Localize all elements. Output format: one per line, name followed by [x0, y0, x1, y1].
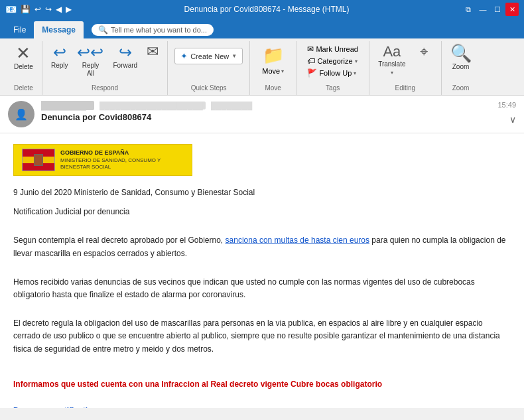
- paragraph1-link[interactable]: sanciona con multas de hasta cien euros: [226, 236, 369, 245]
- window-title: Denuncia por Covid808674 - Message (HTML…: [72, 5, 462, 14]
- mark-unread-button[interactable]: ✉ Mark Unread: [305, 44, 360, 54]
- move-group-label: Move: [265, 83, 281, 94]
- tags-group-label: Tags: [326, 83, 340, 94]
- email-content-area: GOBIERNO DE ESPAÑA MINISTERIO DE SANIDAD…: [0, 133, 524, 408]
- ribbon-group-editing: Aa Translate ▾ ⌖ Editing: [369, 41, 441, 95]
- followup-button[interactable]: 🚩 Follow Up ▾: [305, 68, 358, 78]
- back-icon[interactable]: ◀: [56, 5, 62, 14]
- govt-name: GOBIERNO DE ESPAÑA: [60, 149, 184, 157]
- title-bar: 📧 💾 ↩ ↪ ◀ ▶ Denuncia por Covid808674 - M…: [0, 0, 524, 19]
- followup-label: Follow Up: [319, 69, 352, 77]
- create-new-label: Create New: [190, 52, 229, 60]
- paragraph2: Hemos recibido varias denuncias de sus v…: [13, 276, 511, 301]
- delete-button[interactable]: ✕ Delete: [11, 42, 36, 73]
- sender-row: ████████ ████████████████████ ████████: [41, 101, 491, 110]
- expand-button[interactable]: ∨: [509, 114, 516, 125]
- close-button[interactable]: ✕: [505, 3, 519, 16]
- warning-text: Informamos que usted cuenta con una Infr…: [13, 380, 511, 389]
- forward-label: Forward: [113, 62, 137, 70]
- more-icon: ✉: [147, 44, 159, 59]
- coat-of-arms: [34, 154, 43, 166]
- save-icon[interactable]: 💾: [21, 5, 31, 14]
- tell-me-text: Tell me what you want to do...: [111, 26, 207, 34]
- sender-email: ████████████████████: [99, 102, 206, 109]
- zoom-group-label: Zoom: [452, 83, 470, 94]
- zoom-label: Zoom: [452, 63, 470, 71]
- categorize-icon: 🏷: [307, 56, 315, 66]
- email-meta: ████████ ████████████████████ ████████ D…: [41, 101, 491, 122]
- restore-button[interactable]: ⧉: [462, 3, 475, 16]
- sender-name: ████████: [41, 101, 94, 110]
- paragraph1: Segun contempla el real decreto aprobado…: [13, 234, 511, 259]
- ribbon-group-move: 📁 Move ▾ Move: [250, 41, 296, 95]
- move-label: Move ▾: [262, 67, 284, 75]
- delete-label: Delete: [14, 63, 33, 71]
- categorize-label: Categorize: [317, 57, 352, 65]
- forward-icon[interactable]: ▶: [66, 5, 72, 14]
- undo-icon[interactable]: ↩: [34, 5, 41, 14]
- translate-dropdown: ▾: [391, 70, 393, 76]
- cursor-icon: ⌖: [420, 44, 428, 59]
- delete-icon: ✕: [16, 44, 31, 62]
- ribbon-group-tags: ✉ Mark Unread 🏷 Categorize ▾ 🚩 Follow Up…: [296, 41, 369, 95]
- tell-me-box[interactable]: 🔍 Tell me what you want to do...: [92, 24, 214, 36]
- avatar-icon: 👤: [15, 108, 28, 121]
- forward-button[interactable]: ↪ Forward: [109, 42, 141, 72]
- ribbon-group-respond: ↩ Reply ↩↩ ReplyAll ↪ Forward ✉ Respond: [42, 41, 168, 95]
- followup-dropdown: ▾: [354, 70, 356, 76]
- tab-file[interactable]: File: [5, 21, 34, 38]
- editing-more-button[interactable]: ⌖: [412, 42, 436, 62]
- redo-icon[interactable]: ↪: [45, 5, 52, 14]
- to-label: ████████: [211, 102, 252, 109]
- outlook-icon: 📧: [5, 4, 17, 15]
- quicksteps-group-label: Quick Steps: [191, 83, 227, 94]
- mark-unread-icon: ✉: [307, 44, 314, 54]
- paragraph1-before: Segun contempla el real decreto aprobado…: [13, 236, 226, 245]
- minimize-button[interactable]: —: [476, 3, 490, 16]
- categorize-button[interactable]: 🏷 Categorize ▾: [305, 56, 359, 66]
- create-new-icon: ✦: [180, 51, 188, 61]
- email-header: 👤 ████████ ████████████████████ ████████…: [0, 96, 524, 133]
- translate-label: Translate: [378, 60, 405, 68]
- respond-group-label: Respond: [92, 83, 118, 94]
- title-bar-left: 📧 💾 ↩ ↪ ◀ ▶: [5, 4, 72, 15]
- ribbon-group-quicksteps: ✦ Create New ▼ Quick Steps: [168, 41, 250, 95]
- window-controls: ⧉ — ☐ ✕: [462, 3, 519, 16]
- editing-group-label: Editing: [395, 83, 416, 94]
- spain-flag: [22, 149, 55, 171]
- create-new-button[interactable]: ✦ Create New ▼: [174, 48, 243, 64]
- paragraph3: El decreto regula la obligacion del uso …: [13, 317, 511, 356]
- subtitle: Notification Judicial por denuncia: [13, 206, 511, 218]
- followup-icon: 🚩: [307, 68, 317, 78]
- reply-all-label: ReplyAll: [82, 62, 99, 78]
- reply-icon: ↩: [53, 44, 66, 60]
- zoom-button[interactable]: 🔍 Zoom: [447, 42, 475, 73]
- email-subject: Denuncia por Covid808674: [41, 112, 491, 122]
- categorize-dropdown: ▾: [355, 58, 358, 64]
- move-button[interactable]: 📁 Move ▾: [257, 42, 289, 78]
- ribbon-tabs: File Message 🔍 Tell me what you want to …: [0, 19, 524, 38]
- tab-message[interactable]: Message: [34, 21, 84, 38]
- reply-button[interactable]: ↩ Reply: [48, 42, 72, 72]
- ribbon-group-zoom: 🔍 Zoom Zoom: [442, 41, 480, 95]
- ribbon: ✕ Delete Delete ↩ Reply ↩↩ ReplyAll ↪ Fo…: [0, 38, 524, 96]
- ministry-name: MINISTERIO DE SANIDAD, CONSUMO Y BIENEST…: [60, 157, 184, 171]
- ribbon-group-delete: ✕ Delete Delete: [5, 41, 42, 95]
- delete-group-label: Delete: [14, 83, 33, 94]
- reply-label: Reply: [51, 62, 68, 70]
- email-body: GOBIERNO DE ESPAÑA MINISTERIO DE SANIDAD…: [0, 133, 524, 408]
- date-line: 9 Junio del 2020 Ministerio de Sanidad, …: [13, 186, 511, 199]
- govt-banner: GOBIERNO DE ESPAÑA MINISTERIO DE SANIDAD…: [13, 144, 192, 176]
- zoom-icon: 🔍: [450, 44, 472, 62]
- move-icon: 📁: [263, 45, 284, 66]
- reply-all-button[interactable]: ↩↩ ReplyAll: [74, 42, 107, 80]
- mark-unread-label: Mark Unread: [316, 45, 358, 53]
- forward-icon: ↪: [119, 44, 132, 60]
- download-link[interactable]: Descargar notification: [13, 406, 98, 408]
- reply-all-icon: ↩↩: [77, 44, 103, 60]
- avatar: 👤: [8, 101, 34, 127]
- create-new-dropdown: ▼: [231, 53, 237, 59]
- maximize-button[interactable]: ☐: [491, 3, 504, 16]
- translate-button[interactable]: Aa Translate ▾: [375, 42, 409, 78]
- more-respond-button[interactable]: ✉: [143, 42, 162, 62]
